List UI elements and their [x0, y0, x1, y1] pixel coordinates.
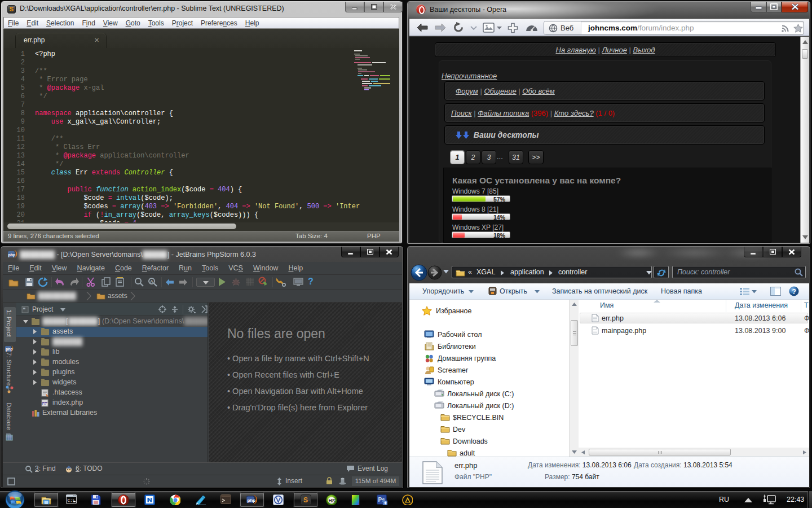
svg-text:?: ?	[792, 288, 796, 296]
svg-text:php: php	[6, 347, 13, 352]
svg-text:S: S	[303, 496, 308, 504]
svg-text:php: php	[43, 402, 48, 405]
svg-text:A: A	[150, 279, 153, 284]
svg-text:php: php	[8, 253, 16, 257]
svg-text:php: php	[248, 498, 256, 503]
svg-text:HS: HS	[329, 498, 336, 503]
svg-text:C:\: C:\	[68, 498, 76, 503]
